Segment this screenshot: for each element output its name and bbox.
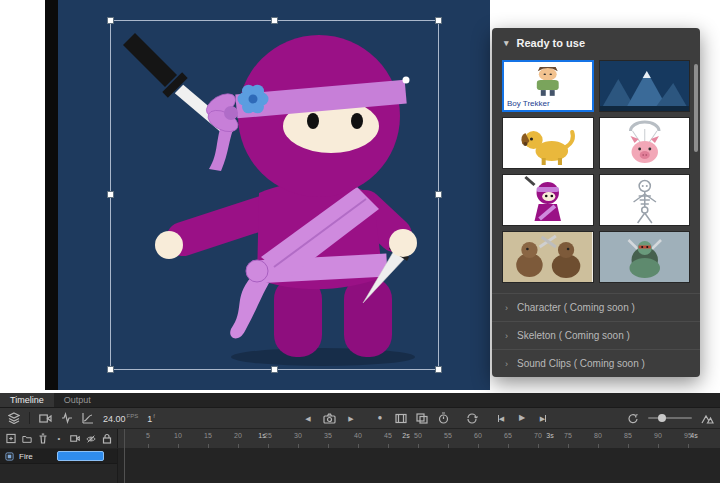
thumbnail-art-turtle — [600, 232, 690, 282]
ruler-frame-label: 65 — [504, 432, 512, 439]
film-strip-icon[interactable] — [395, 412, 407, 425]
timeline-tab-bar: Timeline Output — [0, 393, 720, 408]
go-to-end-icon[interactable]: ▶ — [537, 412, 549, 425]
thumbnail-boy[interactable]: Boy Trekker — [502, 60, 594, 112]
video-camera-icon[interactable] — [39, 412, 52, 425]
track-controls: • — [0, 429, 118, 448]
panel-header-label: Ready to use — [517, 37, 585, 49]
ruler-frame-label: 30 — [294, 432, 302, 439]
ruler-frame-label: 75 — [564, 432, 572, 439]
section-1[interactable]: ›Skeleton ( Coming soon ) — [492, 321, 700, 349]
timeline-ruler-row: • 51015202530354045505560657075808590951… — [0, 429, 720, 449]
timeline-ruler[interactable]: 51015202530354045505560657075808590951s2… — [118, 429, 720, 448]
zoom-slider[interactable] — [648, 417, 692, 419]
fps-unit: FPS — [127, 413, 139, 419]
thumbnail-dog[interactable] — [502, 117, 594, 169]
ruler-frame-label: 10 — [174, 432, 182, 439]
layers-icon[interactable] — [8, 412, 20, 425]
ruler-frame-label: 85 — [624, 432, 632, 439]
section-2[interactable]: ›Sound Clips ( Coming soon ) — [492, 349, 700, 377]
stage-canvas[interactable] — [58, 0, 490, 390]
ruler-second-label: 1s — [258, 432, 265, 439]
play-icon[interactable]: ▶ — [516, 412, 528, 425]
chevron-right-icon: › — [505, 359, 508, 369]
track-type-icon — [5, 452, 14, 461]
panel-scrollbar[interactable] — [694, 64, 698, 152]
toolbar-separator — [29, 412, 30, 424]
lock-icon[interactable] — [102, 432, 112, 445]
ninja-character[interactable] — [111, 21, 438, 369]
reset-zoom-icon[interactable] — [627, 412, 639, 425]
ruler-second-label: 3s — [546, 432, 553, 439]
dot-icon: • — [54, 432, 64, 445]
ruler-second-label: 2s — [402, 432, 409, 439]
tracks-lane[interactable] — [118, 449, 720, 483]
graph-icon[interactable] — [82, 412, 94, 425]
eye-off-icon[interactable] — [86, 432, 96, 445]
selection-handle-mid-left[interactable] — [107, 191, 114, 198]
thumbnail-art-mountains — [600, 61, 690, 111]
folder-icon[interactable] — [22, 432, 32, 445]
chevron-down-icon: ▾ — [504, 38, 509, 48]
selection-handle-top-mid[interactable] — [271, 17, 278, 24]
track-name: Fire — [19, 452, 33, 461]
step-forward-icon[interactable]: ▶ — [345, 412, 357, 425]
onion-skin-icon[interactable] — [416, 412, 428, 425]
selection-handle-bottom-left[interactable] — [107, 366, 114, 373]
stage-left-edge — [45, 0, 58, 390]
thumbnail-art-boy — [504, 62, 592, 98]
trash-icon[interactable] — [38, 432, 48, 445]
thumbnail-label: Boy Trekker — [504, 98, 592, 110]
ruler-frame-label: 15 — [204, 432, 212, 439]
selection-bounding-box[interactable] — [110, 20, 439, 370]
current-frame-display[interactable]: 1f — [147, 413, 155, 424]
ruler-frame-label: 80 — [594, 432, 602, 439]
tab-output[interactable]: Output — [54, 393, 101, 407]
chevron-right-icon: › — [505, 303, 508, 313]
thumbnail-ninja[interactable] — [502, 174, 594, 226]
thumbnail-dogs[interactable] — [502, 231, 594, 283]
thumbnail-art-ninja — [503, 175, 593, 225]
thumbnail-art-dogs — [503, 232, 593, 282]
waveform-icon[interactable] — [61, 412, 73, 425]
thumbnail-pig[interactable] — [599, 117, 691, 169]
zoom-mountain-icon[interactable] — [701, 412, 714, 425]
timeline-toolbar: 24.00FPS 1f ◀ ▶ ● ◀ ▶ ▶ — [0, 408, 720, 429]
selection-handle-top-left[interactable] — [107, 17, 114, 24]
zoom-slider-knob[interactable] — [658, 414, 666, 422]
ruler-frame-label: 5 — [146, 432, 150, 439]
timeline-tracks: Fire — [0, 449, 720, 483]
loop-playback-icon[interactable] — [466, 412, 478, 425]
selection-handle-mid-right[interactable] — [435, 191, 442, 198]
stopwatch-icon[interactable] — [437, 412, 449, 425]
thumbnail-art-dog — [503, 118, 593, 168]
ruler-frame-label: 20 — [234, 432, 242, 439]
thumbnail-turtle[interactable] — [599, 231, 691, 283]
add-track-icon[interactable] — [6, 432, 16, 445]
section-label: Skeleton ( Coming soon ) — [517, 330, 630, 341]
section-0[interactable]: ›Character ( Coming soon ) — [492, 293, 700, 321]
ruler-frame-label: 50 — [414, 432, 422, 439]
thumbnail-art-pig — [600, 118, 690, 168]
snapshot-camera-icon[interactable] — [323, 412, 336, 425]
thumbnail-mountains[interactable] — [599, 60, 691, 112]
selection-handle-top-right[interactable] — [435, 17, 442, 24]
fps-display[interactable]: 24.00FPS — [103, 413, 138, 424]
selection-handle-bottom-right[interactable] — [435, 366, 442, 373]
camera-small-icon[interactable] — [70, 432, 80, 445]
ready-to-use-header[interactable]: ▾ Ready to use — [492, 28, 700, 58]
record-icon[interactable]: ● — [374, 412, 386, 425]
tab-timeline[interactable]: Timeline — [0, 393, 54, 407]
ruler-frame-label: 55 — [444, 432, 452, 439]
selection-handle-bottom-mid[interactable] — [271, 366, 278, 373]
thumbnail-art-skeleton — [600, 175, 690, 225]
panel-sections: ›Character ( Coming soon )›Skeleton ( Co… — [492, 293, 700, 377]
chevron-right-icon: › — [505, 331, 508, 341]
thumbnail-grid: Boy Trekker — [492, 58, 700, 293]
go-to-start-icon[interactable]: ◀ — [495, 412, 507, 425]
thumbnail-skeleton[interactable] — [599, 174, 691, 226]
step-back-icon[interactable]: ◀ — [302, 412, 314, 425]
playhead[interactable] — [124, 429, 125, 483]
ruler-frame-label: 40 — [354, 432, 362, 439]
fire-track-bar[interactable] — [57, 451, 104, 461]
